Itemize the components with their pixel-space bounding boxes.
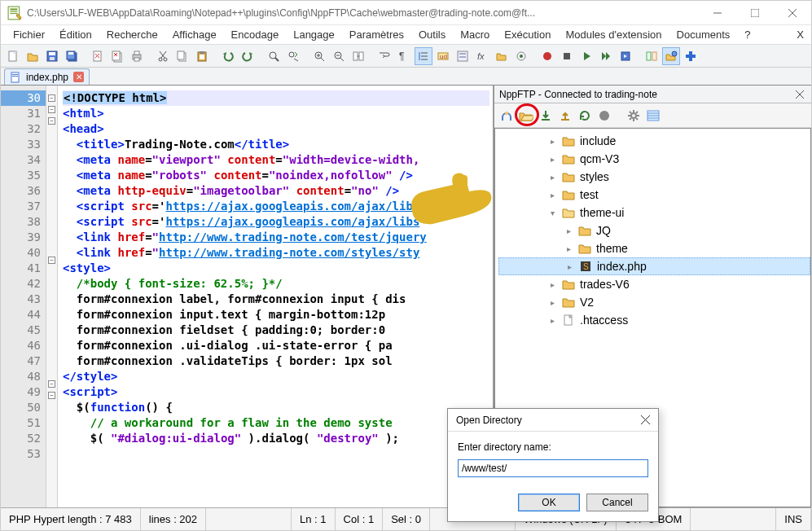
doc-map-icon[interactable] [454, 47, 472, 65]
zoom-out-icon[interactable] [330, 47, 348, 65]
close-file-icon[interactable] [89, 47, 107, 65]
abort-icon[interactable] [597, 108, 612, 123]
svg-line-36 [275, 58, 279, 61]
dialog-label: Enter directory name: [458, 441, 648, 453]
record-macro-icon[interactable] [538, 47, 556, 65]
menu-help[interactable]: ? [737, 26, 757, 43]
undo-icon[interactable] [219, 47, 237, 65]
connect-icon[interactable] [499, 108, 514, 123]
open-file-icon[interactable] [24, 47, 42, 65]
sync-scroll-icon[interactable] [349, 47, 367, 65]
editor[interactable]: 3031323334353637383940414243444546474849… [1, 86, 494, 507]
show-chars-icon[interactable]: ¶ [395, 47, 413, 65]
func-list-icon[interactable]: fx [473, 47, 491, 65]
tree-node[interactable]: ▸.htaccess [498, 311, 810, 329]
wordwrap-icon[interactable] [375, 47, 393, 65]
menu-documents[interactable]: Documents [669, 26, 738, 43]
ok-button[interactable]: OK [518, 494, 580, 511]
folder-panel-icon[interactable] [493, 47, 511, 65]
tree-node[interactable]: ▾theme-ui [498, 204, 810, 222]
tree-node[interactable]: ▸qcm-V3 [498, 150, 810, 168]
stop-macro-icon[interactable] [558, 47, 576, 65]
tree-node[interactable]: ▸trades-V6 [498, 275, 810, 293]
save-all-icon[interactable] [63, 47, 81, 65]
upload-icon[interactable] [558, 108, 573, 123]
refresh-icon[interactable] [577, 108, 592, 123]
playmulti-macro-icon[interactable] [597, 47, 615, 65]
play-macro-icon[interactable] [577, 47, 595, 65]
fold-column[interactable]: −−−−−− [46, 86, 58, 507]
ftp-icon[interactable] [662, 47, 680, 65]
status-col: Col : 1 [336, 508, 384, 530]
svg-line-86 [630, 118, 631, 120]
close-all-icon[interactable] [108, 47, 126, 65]
open-directory-icon[interactable] [519, 108, 533, 123]
tree-node[interactable]: ▸styles [498, 168, 810, 186]
nppftp-titlebar: NppFTP - Connected to trading-note [494, 86, 811, 103]
settings-icon[interactable] [626, 108, 641, 123]
status-ins: INS [776, 508, 811, 530]
svg-rect-9 [14, 51, 16, 54]
plugin-icon[interactable] [682, 47, 700, 65]
menu-run[interactable]: Exécution [497, 26, 558, 43]
download-icon[interactable] [538, 108, 553, 123]
svg-rect-56 [459, 53, 466, 55]
menu-file[interactable]: Fichier [6, 26, 52, 43]
tree-node[interactable]: ▸include [498, 132, 810, 150]
dialog-close-icon[interactable] [635, 410, 655, 430]
svg-rect-47 [359, 52, 363, 60]
redo-icon[interactable] [239, 47, 257, 65]
menu-search[interactable]: Recherche [99, 26, 165, 43]
svg-text:¶: ¶ [399, 50, 404, 62]
code-view[interactable]: <!DOCTYPE html><html><head> <title>Tradi… [58, 86, 493, 507]
replace-icon[interactable] [284, 47, 302, 65]
monitor-icon[interactable] [512, 47, 530, 65]
status-sel: Sel : 0 [383, 508, 430, 530]
cut-icon[interactable] [154, 47, 172, 65]
messages-icon[interactable] [646, 108, 661, 123]
tree-node[interactable]: ▸Sindex.php [498, 257, 810, 275]
menu-close-tab[interactable]: X [789, 26, 811, 43]
find-icon[interactable] [265, 47, 283, 65]
tree-node[interactable]: ▸V2 [498, 293, 810, 311]
close-button[interactable] [774, 1, 811, 25]
new-file-icon[interactable] [4, 47, 22, 65]
menu-language[interactable]: Langage [286, 26, 342, 43]
save-icon[interactable] [43, 47, 61, 65]
svg-rect-2 [10, 11, 17, 11]
app-window: C:\Users\JLF-WEB\AppData\Roaming\Notepad… [0, 0, 812, 531]
svg-rect-24 [134, 51, 139, 55]
cancel-button[interactable]: Cancel [586, 494, 648, 511]
menu-edit[interactable]: Édition [52, 26, 99, 43]
menu-settings[interactable]: Paramètres [342, 26, 411, 43]
tab-close-icon[interactable]: ✕ [73, 72, 84, 82]
menu-plugins[interactable]: Modules d'extension [558, 26, 669, 43]
menu-tools[interactable]: Outils [411, 26, 453, 43]
tab-index-php[interactable]: index.php ✕ [4, 68, 90, 85]
paste-icon[interactable] [193, 47, 211, 65]
copy-icon[interactable] [173, 47, 191, 65]
tree-node[interactable]: ▸JQ [498, 222, 810, 239]
print-icon[interactable] [128, 47, 146, 65]
svg-rect-1 [10, 8, 17, 10]
tree-node[interactable]: ▸test [498, 186, 810, 204]
svg-text:ud: ud [440, 53, 447, 60]
maximize-button[interactable] [736, 1, 774, 25]
minimize-button[interactable] [699, 1, 736, 25]
lang-icon[interactable]: ud [434, 47, 452, 65]
compare-icon[interactable] [643, 47, 661, 65]
menu-macro[interactable]: Macro [453, 26, 497, 43]
menu-view[interactable]: Affichage [165, 26, 224, 43]
zoom-in-icon[interactable] [310, 47, 328, 65]
indent-guide-icon[interactable] [415, 47, 432, 65]
svg-rect-3 [10, 13, 17, 14]
menu-encoding[interactable]: Encodage [224, 26, 287, 43]
tree-node[interactable]: ▸theme [498, 239, 810, 257]
tabs-bar: index.php ✕ [1, 68, 811, 86]
svg-rect-62 [564, 53, 570, 59]
nppftp-close-icon[interactable] [793, 88, 806, 101]
save-macro-icon[interactable] [617, 47, 634, 65]
directory-input[interactable] [458, 459, 648, 477]
svg-rect-25 [134, 58, 139, 61]
svg-point-37 [289, 52, 294, 57]
